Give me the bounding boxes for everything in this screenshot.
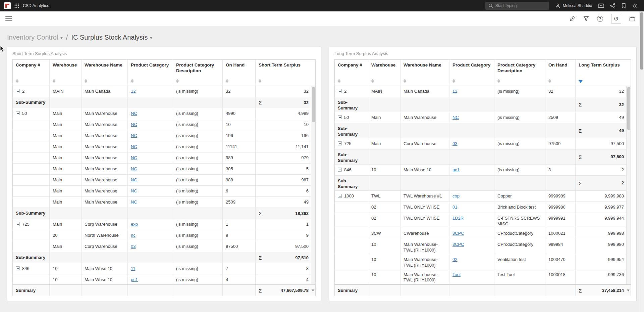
sort-icon[interactable] — [53, 79, 56, 83]
breadcrumb-parent-dropdown[interactable]: Inventory Control ▾ — [7, 34, 63, 41]
product-category-link[interactable]: cop — [452, 193, 460, 199]
product-category-link[interactable]: 12 — [452, 89, 457, 94]
column-header-warehouse-name[interactable]: Warehouse Name — [400, 60, 449, 86]
collapse-group-icon[interactable] — [338, 194, 342, 198]
sub-summary-empty-cell — [82, 97, 128, 108]
product-category-link[interactable]: NC — [131, 133, 137, 139]
collapse-group-icon[interactable] — [338, 168, 342, 172]
sort-icon[interactable] — [176, 79, 179, 83]
share-icon[interactable] — [610, 3, 615, 8]
product-category-link[interactable]: pc1 — [131, 277, 138, 283]
product-category-link[interactable]: NC — [452, 115, 459, 121]
surplus-cell: 49 — [256, 197, 315, 208]
product-category-link[interactable]: 11 — [131, 266, 136, 272]
sort-icon[interactable] — [497, 79, 501, 83]
sort-icon[interactable] — [404, 79, 407, 83]
product-category-link[interactable]: NC — [131, 122, 137, 128]
product-category-link[interactable]: exp — [131, 222, 138, 227]
column-header-short-term-surplus[interactable]: Short Term Surplus — [256, 60, 315, 86]
product-category-link[interactable]: NC — [131, 111, 137, 117]
app-grid-icon[interactable] — [14, 3, 19, 8]
product-category-link[interactable]: 3CPC — [452, 242, 464, 248]
product-category-link[interactable]: 03 — [131, 244, 136, 250]
app-logo[interactable] — [4, 2, 11, 9]
product-category-link[interactable]: NC — [131, 177, 137, 183]
collapse-group-icon[interactable] — [16, 222, 20, 226]
collapse-group-icon[interactable] — [16, 266, 20, 270]
warehouse-cell: 10 — [50, 263, 82, 274]
column-header-product-category[interactable]: Product Category — [128, 60, 173, 86]
sort-icon[interactable] — [259, 79, 262, 83]
mail-icon[interactable] — [598, 3, 604, 8]
short-term-surplus-panel: Short Term Surplus Analysis Company #War… — [7, 47, 321, 301]
bookmark-icon[interactable] — [622, 3, 626, 8]
help-icon[interactable]: ? — [597, 16, 603, 22]
product-category-link[interactable]: 3CPC — [452, 231, 464, 236]
column-header-warehouse-name[interactable]: Warehouse Name — [82, 60, 128, 86]
product-category-link[interactable]: 02 — [452, 257, 457, 263]
collapse-panel-icon[interactable] — [632, 3, 637, 8]
user-menu[interactable]: Melissa Shaddix — [555, 3, 592, 8]
warehouse-name-cell: TWL ONLY WHSE — [400, 202, 449, 213]
column-header-company[interactable]: Company # — [335, 60, 368, 86]
product-category-link[interactable]: NC — [131, 199, 137, 205]
column-header-long-term-surplus[interactable]: Long Term Surplus — [576, 60, 631, 86]
column-header-company[interactable]: Company # — [13, 60, 50, 86]
search-input[interactable] — [495, 3, 546, 8]
scrollbar-thumb[interactable] — [627, 87, 630, 130]
product-category-link[interactable]: NC — [131, 155, 137, 161]
table-scrollbar[interactable] — [311, 86, 315, 284]
scroll-down-button[interactable] — [627, 289, 630, 292]
sort-icon[interactable] — [226, 79, 229, 83]
product-category-link[interactable]: Tool — [452, 272, 461, 278]
sort-icon[interactable] — [452, 79, 456, 83]
product-category-link[interactable]: NC — [131, 188, 137, 194]
scrollbar-thumb[interactable] — [312, 87, 315, 122]
sort-icon[interactable] — [131, 79, 134, 83]
product-category-link[interactable]: NC — [131, 144, 137, 150]
collapse-group-icon[interactable] — [338, 115, 342, 119]
column-header-on-hand[interactable]: On Hand — [223, 60, 256, 86]
sub-summary-empty-cell — [82, 252, 128, 263]
filter-icon[interactable] — [583, 16, 589, 21]
collapse-group-icon[interactable] — [338, 89, 342, 93]
scroll-down-button[interactable] — [312, 289, 314, 292]
sort-icon[interactable] — [338, 79, 341, 83]
product-category-cell: pc1 — [128, 274, 173, 284]
sort-descending-icon[interactable] — [579, 80, 582, 83]
sub-summary-total-cell: Σ97,500 — [576, 149, 631, 165]
collapse-group-icon[interactable] — [338, 141, 342, 145]
sort-icon[interactable] — [548, 79, 552, 83]
column-header-product-category-description[interactable]: Product Category Description — [173, 60, 223, 86]
sort-icon[interactable] — [85, 79, 88, 83]
sort-icon[interactable] — [16, 79, 19, 83]
product-category-link[interactable]: 03 — [452, 141, 457, 147]
product-category-link[interactable]: nc — [131, 233, 136, 238]
product-category-link[interactable]: 01 — [452, 205, 457, 210]
menu-icon[interactable] — [5, 16, 12, 21]
refresh-button[interactable]: ↺ — [611, 14, 621, 24]
surplus-cell: 8 — [256, 263, 315, 274]
collapse-group-icon[interactable] — [16, 89, 20, 93]
breadcrumb-current-dropdown[interactable]: IC Surplus Stock Analysis ▾ — [71, 34, 152, 41]
page-scrollbar[interactable] — [639, 11, 644, 312]
product-category-link[interactable]: 12 — [131, 89, 136, 94]
page-scrollbar-thumb[interactable] — [640, 12, 643, 70]
product-category-link[interactable]: 1D2R — [452, 216, 464, 221]
sub-summary-empty-cell — [128, 252, 173, 263]
column-header-product-category[interactable]: Product Category — [449, 60, 494, 86]
column-header-product-category-description[interactable]: Product Category Description — [494, 60, 545, 86]
link-icon[interactable] — [569, 16, 575, 22]
collapse-group-icon[interactable] — [16, 111, 20, 115]
column-header-on-hand[interactable]: On Hand — [545, 60, 576, 86]
product-category-cell: NC — [128, 164, 173, 175]
sort-icon[interactable] — [371, 79, 375, 83]
global-search[interactable] — [485, 2, 549, 10]
summary-row: Summary Σ 37,458,214 — [335, 284, 631, 296]
table-scrollbar[interactable] — [626, 86, 631, 284]
column-header-warehouse[interactable]: Warehouse — [368, 60, 400, 86]
product-category-link[interactable]: NC — [131, 166, 137, 172]
toolbox-icon[interactable] — [629, 16, 635, 21]
product-category-link[interactable]: pc1 — [452, 167, 460, 173]
column-header-warehouse[interactable]: Warehouse — [50, 60, 82, 86]
